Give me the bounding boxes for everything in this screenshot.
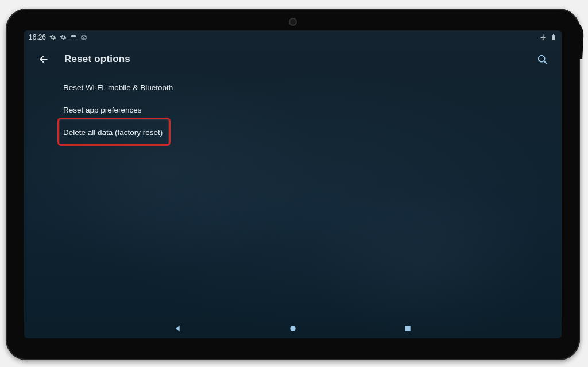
triangle-left-icon (173, 324, 183, 333)
circle-icon (288, 324, 297, 333)
svg-point-2 (290, 326, 295, 331)
calendar-icon (70, 34, 77, 41)
gear-icon (49, 34, 56, 41)
reset-app-prefs-option[interactable]: Reset app preferences (63, 100, 142, 120)
back-button[interactable] (37, 52, 51, 66)
nav-back-button[interactable] (172, 323, 184, 334)
svg-rect-0 (71, 36, 76, 40)
search-button[interactable] (535, 52, 549, 66)
arrow-left-icon (38, 53, 49, 65)
screen: 16:26 (24, 30, 562, 338)
front-camera (289, 18, 297, 26)
svg-point-1 (539, 56, 545, 62)
status-bar: 16:26 (24, 30, 562, 44)
gear-icon (60, 34, 67, 41)
tablet-frame: 16:26 (6, 9, 580, 360)
search-icon (536, 53, 548, 65)
status-time: 16:26 (29, 33, 46, 41)
nav-recent-button[interactable] (402, 323, 413, 334)
reset-options-list: Reset Wi-Fi, mobile & Bluetooth Reset ap… (63, 78, 539, 142)
factory-reset-option[interactable]: Delete all data (factory reset) (63, 122, 163, 142)
app-bar: Reset options (24, 48, 562, 71)
navigation-bar (24, 319, 562, 338)
battery-icon (550, 34, 557, 41)
mail-m-icon (80, 34, 87, 41)
square-icon (404, 324, 412, 333)
airplane-mode-icon (540, 34, 547, 41)
reset-network-option[interactable]: Reset Wi-Fi, mobile & Bluetooth (63, 78, 173, 98)
svg-rect-3 (405, 326, 410, 331)
page-title: Reset options (64, 53, 130, 65)
nav-home-button[interactable] (287, 323, 299, 334)
